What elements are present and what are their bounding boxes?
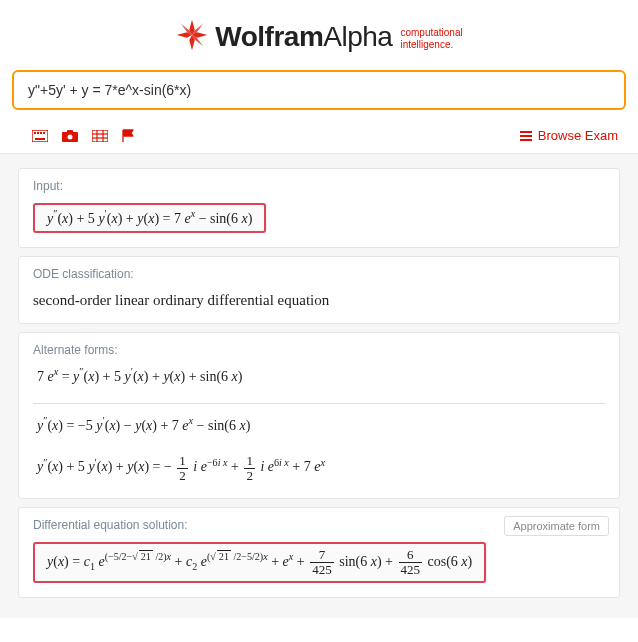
svg-rect-15 <box>67 130 73 133</box>
pod-ode-classification: ODE classification: second-order linear … <box>18 256 620 324</box>
svg-rect-13 <box>35 138 45 140</box>
alt-form-1: 7 ex = y″(x) + 5 y′(x) + y(x) + sin(6 x) <box>33 367 605 387</box>
search-row <box>0 70 638 110</box>
pod-de-solution: Approximate form Differential equation s… <box>18 507 620 597</box>
header: WolframAlpha computationalintelligence. <box>0 0 638 70</box>
pod-title: Input: <box>33 179 605 193</box>
ode-classification-text: second-order linear ordinary differentia… <box>33 292 329 308</box>
search-box[interactable] <box>12 70 626 110</box>
browse-examples-link[interactable]: Browse Exam <box>520 128 618 143</box>
keyboard-icon[interactable] <box>32 129 48 143</box>
browse-label: Browse Exam <box>538 128 618 143</box>
input-equation: y″(x) + 5 y′(x) + y(x) = 7 ex − sin(6 x) <box>33 203 266 233</box>
svg-rect-12 <box>43 132 45 134</box>
wolfram-star-icon <box>175 18 209 56</box>
flag-icon[interactable] <box>122 129 138 143</box>
divider <box>33 403 605 404</box>
logo[interactable]: WolframAlpha computationalintelligence. <box>175 18 462 56</box>
pod-title: ODE classification: <box>33 267 605 281</box>
svg-rect-10 <box>37 132 39 134</box>
pod-input: Input: y″(x) + 5 y′(x) + y(x) = 7 ex − s… <box>18 168 620 248</box>
camera-icon[interactable] <box>62 129 78 143</box>
results-area: Input: y″(x) + 5 y′(x) + y(x) = 7 ex − s… <box>0 153 638 618</box>
search-input[interactable] <box>28 82 610 98</box>
brand-bold: Wolfram <box>215 21 323 52</box>
svg-point-16 <box>68 134 73 139</box>
pod-title: Alternate forms: <box>33 343 605 357</box>
solution-equation: y(x) = c1 e(−5/2−√21 /2)x + c2 e(√21 /2−… <box>33 542 486 582</box>
brand-tagline: computationalintelligence. <box>400 27 462 51</box>
svg-rect-11 <box>40 132 42 134</box>
svg-rect-17 <box>92 130 108 142</box>
pod-alternate-forms: Alternate forms: 7 ex = y″(x) + 5 y′(x) … <box>18 332 620 499</box>
svg-rect-8 <box>32 130 48 142</box>
alt-form-2: y″(x) = −5 y′(x) − y(x) + 7 ex − sin(6 x… <box>33 416 605 436</box>
toolbar: Browse Exam <box>0 120 638 153</box>
alt-form-3: y″(x) + 5 y′(x) + y(x) = − 12 i e−6i x +… <box>33 452 605 484</box>
approximate-form-button[interactable]: Approximate form <box>504 516 609 536</box>
svg-rect-9 <box>34 132 36 134</box>
grid-icon[interactable] <box>92 129 108 143</box>
menu-icon <box>520 131 532 141</box>
brand-text: WolframAlpha <box>215 21 392 53</box>
brand-light: Alpha <box>323 21 392 52</box>
